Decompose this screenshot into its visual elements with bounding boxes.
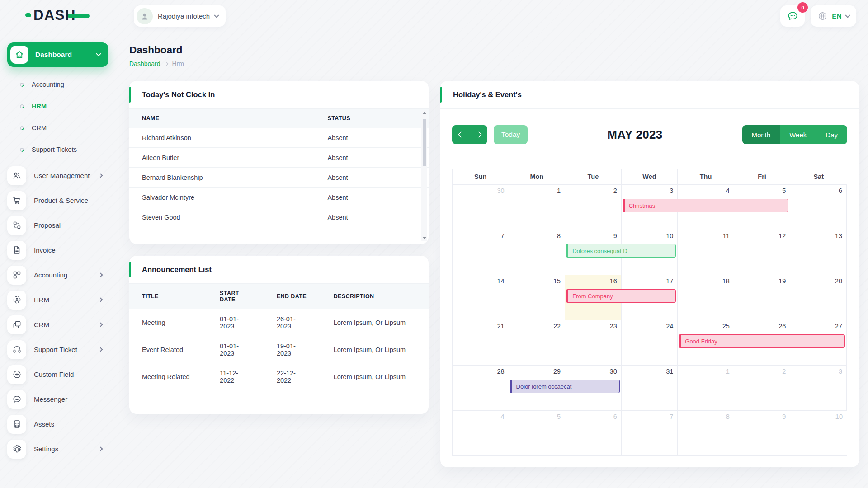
day-number: 7: [670, 413, 673, 420]
calendar-day-cell[interactable]: 6: [790, 185, 847, 230]
calendar-day-cell[interactable]: 7: [622, 411, 678, 455]
chevron-right-icon: [99, 447, 103, 451]
calendar-today-button[interactable]: Today: [494, 125, 528, 144]
language-selector[interactable]: EN: [811, 5, 856, 27]
calendar-day-cell[interactable]: 18: [678, 275, 734, 320]
table-cell: Absent: [315, 188, 429, 207]
calendar-day-cell[interactable]: 13: [790, 230, 847, 275]
day-number: 6: [839, 187, 842, 194]
sidebar-subitem-accounting[interactable]: Accounting: [0, 74, 116, 95]
calendar-day-cell[interactable]: 8: [678, 411, 734, 455]
table-cell: 01-01-2023: [207, 336, 264, 363]
day-number: 10: [835, 413, 843, 420]
calendar-day-cell[interactable]: 19: [734, 275, 791, 320]
day-number: 12: [778, 232, 786, 239]
sidebar-subitem-label: HRM: [32, 103, 47, 110]
calendar-day-cell[interactable]: 4: [453, 411, 509, 455]
day-number: 23: [610, 323, 617, 330]
sidebar-subitem-label: CRM: [32, 124, 47, 131]
calendar-prev-button[interactable]: [452, 125, 470, 144]
calendar-day-cell[interactable]: 31: [622, 366, 678, 410]
bullet-icon: [19, 103, 25, 109]
calendar-event[interactable]: Christmas: [623, 199, 789, 212]
chevron-right-icon: [99, 298, 103, 302]
sidebar-item-dashboard[interactable]: Dashboard: [7, 42, 108, 67]
calendar-day-cell[interactable]: 6: [565, 411, 622, 455]
breadcrumb-current: Hrm: [172, 60, 184, 67]
calendar-day-cell[interactable]: 20: [790, 275, 847, 320]
sidebar-item-invoice[interactable]: Invoice: [0, 238, 116, 263]
calendar-day-cell[interactable]: 8: [509, 230, 566, 275]
calendar-day-cell[interactable]: 3: [790, 366, 847, 410]
scrollbar-thumb[interactable]: [423, 119, 426, 166]
calendar-day-cell[interactable]: 11: [678, 230, 734, 275]
calendar-day-cell[interactable]: 21: [453, 320, 509, 365]
sidebar-item-accounting[interactable]: Accounting: [0, 263, 116, 287]
calendar-day-cell[interactable]: 22: [509, 320, 566, 365]
calendar-next-button[interactable]: [470, 125, 487, 144]
calendar-day-cell[interactable]: 30: [453, 185, 509, 230]
calendar-week-row: 30123456Christmas: [453, 184, 847, 230]
calendar-view-week-button[interactable]: Week: [780, 125, 816, 144]
calendar-day-cell[interactable]: 24: [622, 320, 678, 365]
app-logo[interactable]: DASH: [25, 8, 90, 22]
table-header-row: NAMESTATUS: [129, 109, 429, 128]
sidebar-subitem-support-tickets[interactable]: Support Tickets: [0, 139, 116, 160]
sidebar-subitem-hrm[interactable]: HRM: [0, 95, 116, 117]
calendar-day-cell[interactable]: 28: [453, 366, 509, 410]
sidebar-item-settings[interactable]: Settings: [0, 436, 116, 461]
sidebar-item-crm[interactable]: CRM: [0, 312, 116, 337]
day-number: 2: [782, 368, 786, 375]
sidebar-item-assets[interactable]: Assets: [0, 412, 116, 436]
notification-badge: 0: [797, 2, 808, 13]
calendar-day-cell[interactable]: 5: [509, 411, 566, 455]
calendar-day-cell[interactable]: 1: [509, 185, 566, 230]
sidebar-subitem-crm[interactable]: CRM: [0, 117, 116, 139]
calendar-day-cell[interactable]: 7: [453, 230, 509, 275]
headset-icon: [7, 340, 26, 359]
table-row: Bernard BlankenshipAbsent: [129, 168, 429, 188]
calendar-day-cell[interactable]: 23: [565, 320, 622, 365]
calendar-day-cell[interactable]: 15: [509, 275, 566, 320]
sidebar-item-label: Invoice: [34, 246, 108, 254]
messages-button[interactable]: 0: [780, 5, 805, 27]
calendar-view-month-button[interactable]: Month: [742, 125, 780, 144]
breadcrumb-link[interactable]: Dashboard: [129, 60, 160, 67]
logo-dash-icon: [25, 13, 31, 17]
sidebar-item-product-service[interactable]: Product & Service: [0, 188, 116, 213]
calendar-event[interactable]: From Company: [566, 289, 676, 303]
calendar-day-cell[interactable]: 2: [565, 185, 622, 230]
scrollbar[interactable]: [421, 110, 427, 241]
chevron-right-icon: [475, 131, 481, 138]
sidebar-item-custom-field[interactable]: Custom Field: [0, 362, 116, 387]
chevron-right-icon: [164, 62, 168, 66]
calendar-day-cell[interactable]: 9: [734, 411, 791, 455]
calendar-day-cell[interactable]: 2: [734, 366, 791, 410]
calendar-view-day-button[interactable]: Day: [816, 125, 847, 144]
day-number: 6: [613, 413, 617, 420]
sidebar-item-messenger[interactable]: Messenger: [0, 387, 116, 412]
calendar-day-cell[interactable]: 10: [790, 411, 847, 455]
day-header-mon: Mon: [509, 169, 566, 184]
calendar-day-cell[interactable]: 14: [453, 275, 509, 320]
day-number: 20: [835, 277, 842, 285]
table-cell: Absent: [315, 168, 429, 188]
sidebar-item-hrm[interactable]: HRM: [0, 287, 116, 312]
sidebar-item-proposal[interactable]: Proposal: [0, 213, 116, 238]
left-column: Today's Not Clock In NAMESTATUSRichard A…: [129, 81, 429, 414]
logo-dash-icon: [68, 14, 90, 18]
calendar-event[interactable]: Dolor lorem occaecat: [510, 380, 620, 393]
day-number: 17: [666, 277, 673, 285]
calendar-weeks: 30123456Christmas78910111213Dolores cons…: [453, 184, 847, 455]
sidebar-item-user-management[interactable]: User Management: [0, 163, 116, 188]
calendar-event[interactable]: Dolores consequat D: [566, 244, 676, 258]
calendar-event[interactable]: Good Friday: [679, 334, 845, 348]
calendar-day-cell[interactable]: 1: [678, 366, 734, 410]
calendar-day-cell[interactable]: 12: [734, 230, 791, 275]
sidebar-item-support-ticket[interactable]: Support Ticket: [0, 337, 116, 362]
scroll-up-icon[interactable]: [423, 112, 426, 114]
company-selector[interactable]: Rajodiya infotech: [134, 5, 226, 27]
bullet-icon: [19, 125, 25, 131]
bullet-icon: [19, 147, 25, 153]
scroll-down-icon[interactable]: [423, 237, 426, 239]
